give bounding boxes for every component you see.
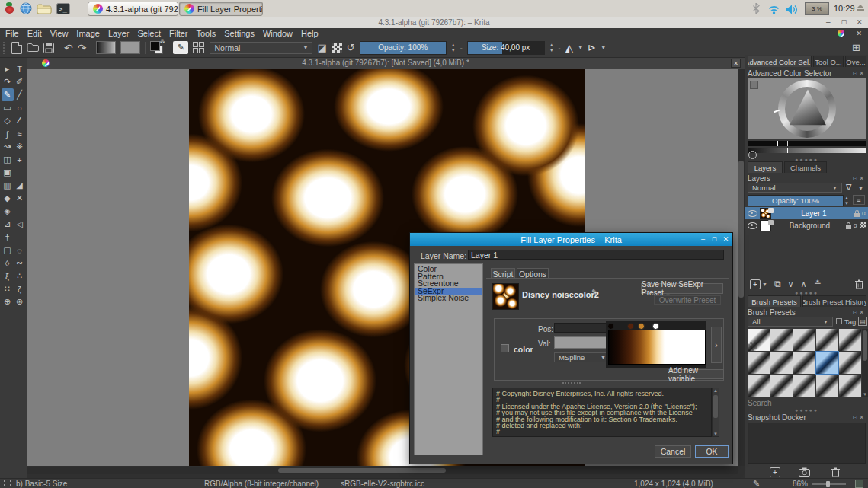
dialog-titlebar[interactable]: Fill Layer Properties – Krita – □ ✕	[410, 233, 732, 246]
alpha-lock-icon[interactable]: α	[862, 210, 866, 217]
dialog-close-icon[interactable]: ✕	[721, 234, 731, 244]
brush-preset-thumb[interactable]	[816, 329, 838, 351]
browser-icon[interactable]	[20, 2, 32, 18]
visibility-eye-icon[interactable]	[748, 210, 757, 217]
tool-bezier-curve[interactable]: ʃ	[2, 127, 14, 140]
tool-assistants[interactable]: ⊿	[2, 218, 14, 231]
brush-grid-scrollbar[interactable]: ▼	[862, 329, 868, 397]
tool-ellipse-select[interactable]: ◌	[14, 244, 26, 257]
blend-mode-select[interactable]: Normal▼	[210, 42, 312, 54]
docker-splitter[interactable]: ●●●●●	[745, 409, 868, 412]
layer-blend-mode-select[interactable]: Normal▼	[748, 183, 842, 193]
overwrite-preset-button[interactable]: Overwrite Preset	[654, 295, 721, 305]
brush-preset-thumb[interactable]	[839, 375, 861, 397]
eject-icon[interactable]	[857, 5, 864, 11]
fg-bg-color-chooser[interactable]: ⁂	[150, 41, 163, 54]
minimize-button[interactable]: –	[826, 18, 831, 26]
brush-preset-thumb-selected[interactable]	[816, 352, 838, 374]
tab-layers[interactable]: Layers	[748, 161, 783, 173]
brush-preset-thumb[interactable]	[748, 352, 770, 374]
tool-polyline[interactable]: ∠	[14, 114, 26, 127]
menu-filter[interactable]: Filter	[169, 29, 187, 38]
tool-edit-shapes[interactable]: ↷	[2, 75, 14, 88]
pattern-chooser[interactable]	[120, 41, 140, 54]
tag-checkbox[interactable]	[836, 318, 842, 324]
tool-measure[interactable]: ◁	[14, 218, 26, 231]
size-slider[interactable]: Size: 40,00 px	[467, 41, 545, 55]
tool-reference-images[interactable]: †	[2, 231, 14, 244]
chevron-down-icon[interactable]: ▼	[858, 186, 863, 191]
delete-layer-trash-icon[interactable]	[855, 279, 863, 289]
menu-window[interactable]: Window	[263, 29, 293, 38]
pos-input[interactable]	[554, 323, 610, 333]
tool-ellipse[interactable]: ○	[14, 101, 26, 114]
docker-splitter[interactable]: ●●●●●	[745, 292, 868, 295]
chevron-down-icon[interactable]: ▼	[601, 45, 606, 50]
generator-simplex-noise[interactable]: Simplex Noise	[415, 295, 482, 302]
snapshot-list[interactable]	[748, 423, 866, 464]
layer-row-background[interactable]: Background α	[745, 219, 868, 231]
preserve-alpha-icon[interactable]	[332, 43, 342, 53]
tool-freehand-select[interactable]: ∾	[14, 257, 26, 270]
ok-button[interactable]: OK	[695, 445, 729, 458]
float-close-icons[interactable]: ⊡✕	[853, 309, 866, 316]
subwindow-close-icon[interactable]: ✕	[856, 30, 862, 37]
brush-preset-thumb[interactable]	[770, 329, 793, 351]
expand-arrow-button[interactable]: ›	[711, 327, 722, 363]
tool-polygon[interactable]: ◇	[2, 114, 14, 127]
layer-opacity-spinner[interactable]: ▲▼	[844, 196, 849, 206]
bluetooth-icon[interactable]	[753, 3, 761, 17]
color-slider-1[interactable]	[748, 141, 866, 146]
tab-channels[interactable]: Channels	[784, 161, 827, 173]
dialog-minimize-icon[interactable]: –	[698, 234, 708, 244]
create-snapshot-button[interactable]: +	[770, 467, 780, 477]
raspberry-menu-icon[interactable]	[3, 2, 15, 14]
close-button[interactable]: ✕	[857, 18, 863, 26]
tool-zoom[interactable]: ⊕	[2, 295, 14, 308]
val-swatch[interactable]	[554, 336, 610, 349]
tool-magnetic-select[interactable]: ξ	[2, 270, 14, 282]
canvas-vertical-scrollbar[interactable]	[738, 69, 745, 466]
menu-select[interactable]: Select	[137, 29, 161, 38]
menu-tools[interactable]: Tools	[197, 29, 216, 38]
color-selector-area[interactable]	[748, 78, 866, 139]
tab-overview[interactable]: Ove...	[845, 56, 866, 67]
tool-freehand-path[interactable]: ≈	[14, 127, 26, 140]
duplicate-layer-icon[interactable]: ⧉	[774, 279, 781, 289]
tool-rect-select[interactable]: ▢	[2, 244, 14, 257]
brush-tag-filter-select[interactable]: All▼	[748, 317, 833, 327]
interpolation-select[interactable]: MSpline▼	[554, 352, 610, 362]
zoom-fit-icon[interactable]	[855, 480, 863, 488]
camera-icon[interactable]	[799, 467, 810, 477]
layer-opacity-slider[interactable]: Opacity: 100%	[748, 195, 844, 206]
tab-brush-preset-history[interactable]: Brush Preset History	[802, 295, 866, 307]
tab-brush-presets[interactable]: Brush Presets	[748, 295, 801, 307]
open-document-icon[interactable]	[27, 43, 39, 53]
chevron-down-icon[interactable]: ▼	[762, 282, 767, 287]
menu-edit[interactable]: Edit	[27, 29, 42, 38]
tool-pan[interactable]: ⊛	[14, 295, 26, 308]
tool-transform[interactable]: ◫	[2, 153, 14, 166]
brush-preset-thumb[interactable]	[793, 352, 815, 374]
brush-memory-icon[interactable]: ✎	[753, 480, 760, 488]
window-titlebar[interactable]: 4.3.1-alpha (git 79267b7): – Krita – ▢ ✕	[0, 17, 868, 28]
chevron-down-icon[interactable]: ▼	[578, 45, 583, 50]
brush-preset-thumb[interactable]	[748, 329, 770, 351]
move-layer-up-icon[interactable]: ∧	[801, 280, 807, 289]
tool-move[interactable]: +	[14, 153, 26, 166]
tool-rectangle[interactable]: ▭	[2, 101, 14, 114]
selection-shape-icon[interactable]	[4, 480, 11, 486]
brush-preset-thumb[interactable]	[770, 375, 793, 397]
zoom-slider[interactable]	[812, 483, 846, 485]
size-spinner[interactable]: ▲▼	[549, 43, 554, 53]
brush-preset-thumb[interactable]	[839, 329, 861, 351]
delete-snapshot-trash-icon[interactable]	[831, 467, 840, 477]
lock-icon[interactable]	[846, 225, 851, 229]
filter-funnel-icon[interactable]: ∇	[846, 183, 851, 192]
brush-preset-thumb[interactable]	[793, 329, 815, 351]
tool-calligraphy[interactable]: ✐	[14, 75, 26, 88]
tab-script[interactable]: Script	[491, 268, 515, 279]
tool-multibrush[interactable]: ※	[14, 140, 26, 153]
brush-editor-button[interactable]: ✎	[173, 41, 188, 54]
tab-options[interactable]: Options	[517, 268, 549, 279]
